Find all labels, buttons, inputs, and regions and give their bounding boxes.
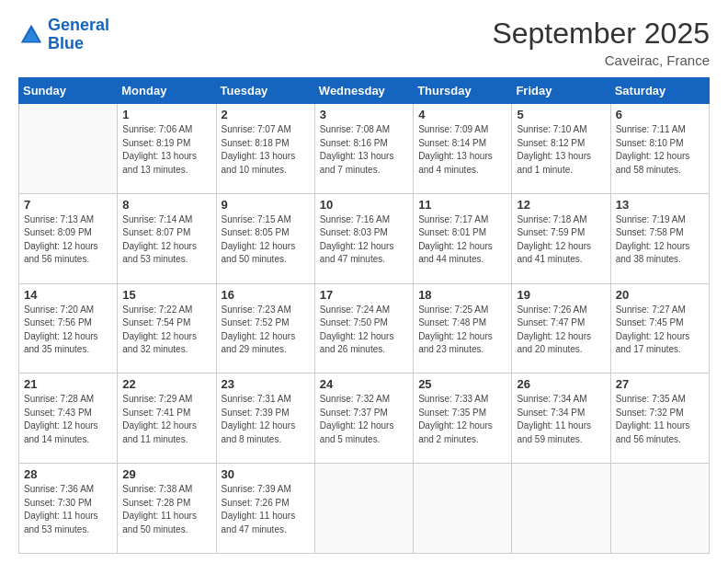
- calendar-cell: 26Sunrise: 7:34 AMSunset: 7:34 PMDayligh…: [512, 373, 610, 464]
- calendar-cell: 15Sunrise: 7:22 AMSunset: 7:54 PMDayligh…: [118, 283, 216, 373]
- col-tuesday: Tuesday: [216, 78, 314, 104]
- calendar-cell: 29Sunrise: 7:38 AMSunset: 7:28 PMDayligh…: [118, 464, 216, 554]
- calendar-cell: 2Sunrise: 7:07 AMSunset: 8:18 PMDaylight…: [216, 104, 314, 194]
- calendar-cell: 25Sunrise: 7:33 AMSunset: 7:35 PMDayligh…: [414, 373, 512, 464]
- day-number: 26: [517, 377, 605, 391]
- calendar-cell: 8Sunrise: 7:14 AMSunset: 8:07 PMDaylight…: [118, 193, 216, 283]
- col-thursday: Thursday: [414, 78, 512, 104]
- logo-general: General: [48, 16, 109, 34]
- calendar-cell: [512, 464, 610, 554]
- calendar-cell: [414, 464, 512, 554]
- day-number: 3: [320, 108, 408, 121]
- day-info: Sunrise: 7:29 AMSunset: 7:41 PMDaylight:…: [122, 393, 210, 446]
- calendar-cell: 13Sunrise: 7:19 AMSunset: 7:58 PMDayligh…: [610, 193, 709, 283]
- day-number: 28: [24, 467, 112, 481]
- day-number: 22: [122, 377, 210, 391]
- day-number: 27: [616, 377, 704, 391]
- logo-icon: [18, 22, 44, 48]
- col-sunday: Sunday: [19, 78, 118, 104]
- day-info: Sunrise: 7:33 AMSunset: 7:35 PMDaylight:…: [418, 393, 506, 446]
- day-number: 29: [122, 467, 210, 481]
- day-number: 5: [517, 108, 605, 121]
- calendar-week-row: 14Sunrise: 7:20 AMSunset: 7:56 PMDayligh…: [19, 283, 710, 373]
- day-info: Sunrise: 7:07 AMSunset: 8:18 PMDaylight:…: [222, 123, 310, 177]
- logo-blue: Blue: [48, 34, 84, 52]
- day-number: 23: [222, 377, 310, 391]
- month-title: September 2025: [492, 17, 710, 51]
- day-number: 25: [418, 377, 506, 391]
- calendar-cell: [19, 104, 118, 194]
- day-info: Sunrise: 7:39 AMSunset: 7:26 PMDaylight:…: [222, 483, 310, 536]
- day-number: 9: [222, 198, 310, 212]
- day-info: Sunrise: 7:23 AMSunset: 7:52 PMDaylight:…: [222, 304, 310, 357]
- calendar-cell: 21Sunrise: 7:28 AMSunset: 7:43 PMDayligh…: [19, 373, 118, 464]
- day-number: 1: [122, 108, 210, 121]
- day-number: 4: [418, 108, 506, 121]
- day-number: 30: [222, 467, 310, 481]
- day-info: Sunrise: 7:14 AMSunset: 8:07 PMDaylight:…: [122, 213, 210, 267]
- calendar-cell: 5Sunrise: 7:10 AMSunset: 8:12 PMDaylight…: [512, 104, 610, 194]
- day-info: Sunrise: 7:06 AMSunset: 8:19 PMDaylight:…: [122, 123, 210, 177]
- day-number: 6: [616, 108, 704, 121]
- logo-text: General Blue: [48, 17, 109, 53]
- calendar-cell: 14Sunrise: 7:20 AMSunset: 7:56 PMDayligh…: [19, 283, 118, 373]
- calendar-cell: 24Sunrise: 7:32 AMSunset: 7:37 PMDayligh…: [314, 373, 413, 464]
- day-number: 24: [320, 377, 408, 391]
- day-number: 10: [320, 198, 408, 212]
- logo: General Blue: [18, 17, 109, 53]
- calendar-cell: 30Sunrise: 7:39 AMSunset: 7:26 PMDayligh…: [216, 464, 314, 554]
- day-number: 7: [24, 198, 112, 212]
- col-wednesday: Wednesday: [314, 78, 413, 104]
- calendar-cell: 12Sunrise: 7:18 AMSunset: 7:59 PMDayligh…: [512, 193, 610, 283]
- day-number: 17: [320, 288, 408, 302]
- day-info: Sunrise: 7:35 AMSunset: 7:32 PMDaylight:…: [616, 393, 704, 446]
- calendar-cell: 23Sunrise: 7:31 AMSunset: 7:39 PMDayligh…: [216, 373, 314, 464]
- day-number: 15: [122, 288, 210, 302]
- day-info: Sunrise: 7:19 AMSunset: 7:58 PMDaylight:…: [616, 213, 704, 267]
- calendar-cell: 10Sunrise: 7:16 AMSunset: 8:03 PMDayligh…: [314, 193, 413, 283]
- calendar-cell: 4Sunrise: 7:09 AMSunset: 8:14 PMDaylight…: [414, 104, 512, 194]
- calendar-week-row: 7Sunrise: 7:13 AMSunset: 8:09 PMDaylight…: [19, 193, 710, 283]
- calendar-cell: 18Sunrise: 7:25 AMSunset: 7:48 PMDayligh…: [414, 283, 512, 373]
- day-info: Sunrise: 7:34 AMSunset: 7:34 PMDaylight:…: [517, 393, 605, 446]
- day-number: 13: [616, 198, 704, 212]
- day-info: Sunrise: 7:11 AMSunset: 8:10 PMDaylight:…: [616, 123, 704, 177]
- page: General Blue September 2025 Caveirac, Fr…: [0, 0, 728, 563]
- calendar-cell: 16Sunrise: 7:23 AMSunset: 7:52 PMDayligh…: [216, 283, 314, 373]
- calendar-week-row: 21Sunrise: 7:28 AMSunset: 7:43 PMDayligh…: [19, 373, 710, 464]
- calendar-cell: 1Sunrise: 7:06 AMSunset: 8:19 PMDaylight…: [118, 104, 216, 194]
- day-info: Sunrise: 7:28 AMSunset: 7:43 PMDaylight:…: [24, 393, 112, 446]
- day-info: Sunrise: 7:25 AMSunset: 7:48 PMDaylight:…: [418, 304, 506, 357]
- day-info: Sunrise: 7:20 AMSunset: 7:56 PMDaylight:…: [24, 304, 112, 357]
- day-info: Sunrise: 7:17 AMSunset: 8:01 PMDaylight:…: [418, 213, 506, 267]
- day-info: Sunrise: 7:15 AMSunset: 8:05 PMDaylight:…: [222, 213, 310, 267]
- day-number: 18: [418, 288, 506, 302]
- day-number: 12: [517, 198, 605, 212]
- calendar-cell: 22Sunrise: 7:29 AMSunset: 7:41 PMDayligh…: [118, 373, 216, 464]
- calendar-cell: 28Sunrise: 7:36 AMSunset: 7:30 PMDayligh…: [19, 464, 118, 554]
- calendar-cell: 19Sunrise: 7:26 AMSunset: 7:47 PMDayligh…: [512, 283, 610, 373]
- day-info: Sunrise: 7:22 AMSunset: 7:54 PMDaylight:…: [122, 304, 210, 357]
- day-info: Sunrise: 7:10 AMSunset: 8:12 PMDaylight:…: [517, 123, 605, 177]
- day-number: 19: [517, 288, 605, 302]
- calendar-cell: 3Sunrise: 7:08 AMSunset: 8:16 PMDaylight…: [314, 104, 413, 194]
- calendar-cell: 17Sunrise: 7:24 AMSunset: 7:50 PMDayligh…: [314, 283, 413, 373]
- day-info: Sunrise: 7:26 AMSunset: 7:47 PMDaylight:…: [517, 304, 605, 357]
- calendar-cell: 6Sunrise: 7:11 AMSunset: 8:10 PMDaylight…: [610, 104, 709, 194]
- calendar-cell: 20Sunrise: 7:27 AMSunset: 7:45 PMDayligh…: [610, 283, 709, 373]
- calendar-header-row: Sunday Monday Tuesday Wednesday Thursday…: [19, 78, 710, 104]
- calendar-cell: 11Sunrise: 7:17 AMSunset: 8:01 PMDayligh…: [414, 193, 512, 283]
- day-number: 16: [222, 288, 310, 302]
- calendar-cell: 9Sunrise: 7:15 AMSunset: 8:05 PMDaylight…: [216, 193, 314, 283]
- day-info: Sunrise: 7:36 AMSunset: 7:30 PMDaylight:…: [24, 483, 112, 536]
- location: Caveirac, France: [492, 52, 710, 68]
- day-info: Sunrise: 7:38 AMSunset: 7:28 PMDaylight:…: [122, 483, 210, 536]
- header: General Blue September 2025 Caveirac, Fr…: [18, 17, 710, 68]
- calendar-cell: 7Sunrise: 7:13 AMSunset: 8:09 PMDaylight…: [19, 193, 118, 283]
- calendar-cell: [314, 464, 413, 554]
- col-saturday: Saturday: [610, 78, 709, 104]
- calendar-cell: [610, 464, 709, 554]
- day-info: Sunrise: 7:32 AMSunset: 7:37 PMDaylight:…: [320, 393, 408, 446]
- day-number: 20: [616, 288, 704, 302]
- calendar-cell: 27Sunrise: 7:35 AMSunset: 7:32 PMDayligh…: [610, 373, 709, 464]
